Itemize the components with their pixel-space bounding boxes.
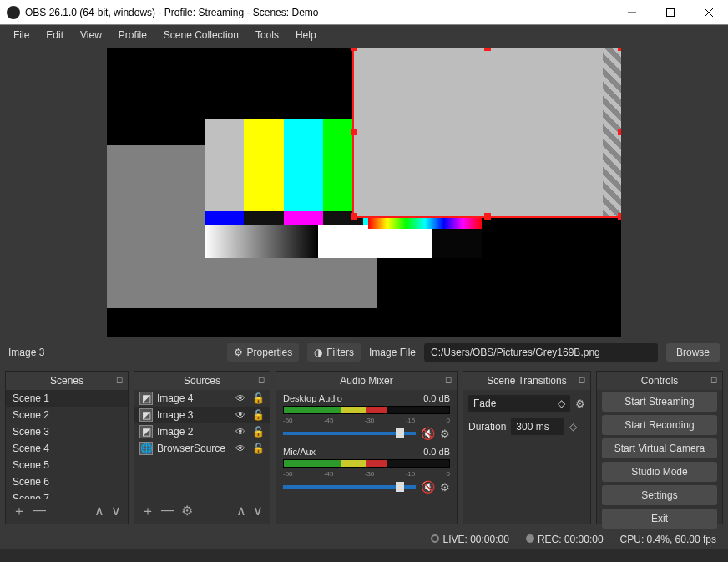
- popout-icon[interactable]: ◻: [710, 375, 717, 384]
- channel-name: Mic/Aux: [283, 447, 316, 457]
- window-titlebar: OBS 26.1.0 (64-bit, windows) - Profile: …: [0, 0, 728, 25]
- popout-icon[interactable]: ◻: [258, 375, 265, 384]
- properties-button[interactable]: ⚙Properties: [227, 343, 300, 362]
- status-bar: LIVE: 00:00:00 REC: 00:00:00 CPU: 0.4%, …: [0, 529, 728, 549]
- transition-settings-button[interactable]: ⚙: [575, 397, 585, 410]
- add-scene-button[interactable]: ＋: [13, 503, 26, 520]
- resize-handle[interactable]: [618, 48, 621, 51]
- menu-help[interactable]: Help: [287, 26, 325, 44]
- mixer-channel: Mic/Aux0.0 dB -60-45-30-150 🔇 ⚙: [276, 443, 457, 497]
- lock-toggle[interactable]: 🔓: [251, 426, 265, 438]
- mute-button[interactable]: 🔇: [421, 480, 435, 494]
- scene-item[interactable]: Scene 7: [6, 490, 128, 499]
- exit-button[interactable]: Exit: [602, 509, 717, 529]
- remove-scene-button[interactable]: —: [33, 503, 46, 520]
- scenes-list[interactable]: Scene 1 Scene 2 Scene 3 Scene 4 Scene 5 …: [6, 390, 128, 499]
- selected-source-bounds[interactable]: [354, 48, 621, 216]
- lock-toggle[interactable]: 🔓: [251, 392, 265, 404]
- move-scene-up-button[interactable]: ∧: [94, 503, 104, 520]
- minimize-button[interactable]: [613, 0, 651, 25]
- studio-mode-button[interactable]: Studio Mode: [602, 462, 717, 482]
- popout-icon[interactable]: ◻: [445, 375, 452, 384]
- audio-mixer-panel: Audio Mixer◻ Desktop Audio0.0 dB -60-45-…: [276, 371, 458, 524]
- settings-button[interactable]: Settings: [602, 485, 717, 505]
- mixer-channel: Desktop Audio0.0 dB -60-45-30-150 🔇 ⚙: [276, 390, 457, 443]
- channel-settings-button[interactable]: ⚙: [440, 481, 450, 494]
- mixer-title: Audio Mixer: [340, 375, 392, 387]
- menu-view[interactable]: View: [72, 26, 110, 44]
- cpu-fps-status: CPU: 0.4%, 60.00 fps: [620, 534, 716, 545]
- visibility-toggle[interactable]: 👁: [234, 443, 247, 454]
- menu-tools[interactable]: Tools: [247, 26, 287, 44]
- source-item[interactable]: 🌐BrowserSource👁🔓: [134, 440, 270, 457]
- menu-edit[interactable]: Edit: [38, 26, 72, 44]
- filters-icon: ◑: [314, 347, 322, 358]
- updown-icon: ◇: [558, 397, 565, 409]
- menu-file[interactable]: File: [5, 26, 38, 44]
- canvas-layer: [205, 258, 377, 308]
- transitions-panel: Scene Transitions◻ Fade◇ ⚙ Duration ◇: [463, 371, 591, 524]
- volume-slider[interactable]: [283, 485, 416, 489]
- add-source-button[interactable]: ＋: [141, 503, 154, 520]
- docks-row: Scenes◻ Scene 1 Scene 2 Scene 3 Scene 4 …: [0, 366, 728, 529]
- menu-profile[interactable]: Profile: [110, 26, 155, 44]
- start-virtual-camera-button[interactable]: Start Virtual Camera: [602, 438, 717, 458]
- controls-panel: Controls◻ Start Streaming Start Recordin…: [596, 371, 723, 524]
- record-icon: [526, 534, 534, 543]
- filters-button[interactable]: ◑Filters: [307, 343, 361, 362]
- image-file-input[interactable]: [424, 343, 658, 362]
- source-item[interactable]: ◩Image 4👁🔓: [134, 390, 270, 407]
- resize-handle[interactable]: [351, 213, 357, 220]
- app-logo-icon: [7, 6, 20, 19]
- resize-handle[interactable]: [351, 129, 357, 135]
- browse-button[interactable]: Browse: [666, 343, 720, 362]
- popout-icon[interactable]: ◻: [116, 375, 123, 384]
- move-source-up-button[interactable]: ∧: [236, 503, 246, 520]
- start-recording-button[interactable]: Start Recording: [602, 415, 717, 435]
- menu-scene-collection[interactable]: Scene Collection: [155, 26, 247, 44]
- volume-slider[interactable]: [283, 432, 416, 435]
- close-button[interactable]: [690, 0, 728, 25]
- scene-item[interactable]: Scene 1: [6, 390, 128, 407]
- resize-handle[interactable]: [351, 48, 357, 51]
- scene-item[interactable]: Scene 4: [6, 440, 128, 457]
- channel-settings-button[interactable]: ⚙: [440, 428, 450, 440]
- sources-panel: Sources◻ ◩Image 4👁🔓 ◩Image 3👁🔓 ◩Image 2👁…: [134, 371, 270, 524]
- lock-toggle[interactable]: 🔓: [251, 409, 265, 421]
- scene-item[interactable]: Scene 5: [6, 457, 128, 473]
- resize-handle[interactable]: [618, 213, 621, 220]
- source-item[interactable]: ◩Image 3👁🔓: [134, 407, 270, 423]
- svg-rect-1: [667, 8, 675, 16]
- scene-item[interactable]: Scene 6: [6, 473, 128, 490]
- source-properties-button[interactable]: ⚙: [181, 503, 193, 520]
- slider-knob[interactable]: [396, 428, 404, 438]
- visibility-toggle[interactable]: 👁: [234, 426, 247, 438]
- scenes-panel: Scenes◻ Scene 1 Scene 2 Scene 3 Scene 4 …: [5, 371, 129, 524]
- sources-list[interactable]: ◩Image 4👁🔓 ◩Image 3👁🔓 ◩Image 2👁🔓 🌐Browse…: [134, 390, 270, 499]
- window-title: OBS 26.1.0 (64-bit, windows) - Profile: …: [25, 7, 613, 18]
- source-item[interactable]: ◩Image 2👁🔓: [134, 423, 270, 440]
- visibility-toggle[interactable]: 👁: [234, 409, 247, 421]
- scene-item[interactable]: Scene 2: [6, 407, 128, 423]
- remove-source-button[interactable]: —: [161, 503, 174, 520]
- resize-handle[interactable]: [618, 129, 621, 135]
- duration-input[interactable]: [511, 418, 564, 435]
- resize-handle[interactable]: [484, 48, 491, 51]
- visibility-toggle[interactable]: 👁: [234, 392, 247, 404]
- preview-canvas[interactable]: [107, 48, 621, 337]
- move-scene-down-button[interactable]: ∨: [111, 503, 121, 520]
- resize-handle[interactable]: [484, 213, 491, 220]
- scene-item[interactable]: Scene 3: [6, 423, 128, 440]
- stepper-icon[interactable]: ◇: [569, 421, 577, 433]
- mute-button[interactable]: 🔇: [421, 427, 435, 440]
- transition-select[interactable]: Fade◇: [468, 395, 570, 412]
- slider-knob[interactable]: [396, 482, 404, 492]
- maximize-button[interactable]: [651, 0, 690, 25]
- move-source-down-button[interactable]: ∨: [253, 503, 263, 520]
- start-streaming-button[interactable]: Start Streaming: [602, 392, 717, 412]
- canvas-layer: [107, 145, 205, 308]
- popout-icon[interactable]: ◻: [579, 375, 585, 384]
- lock-toggle[interactable]: 🔓: [251, 443, 265, 454]
- duration-label: Duration: [468, 421, 506, 433]
- preview-area[interactable]: [0, 45, 728, 339]
